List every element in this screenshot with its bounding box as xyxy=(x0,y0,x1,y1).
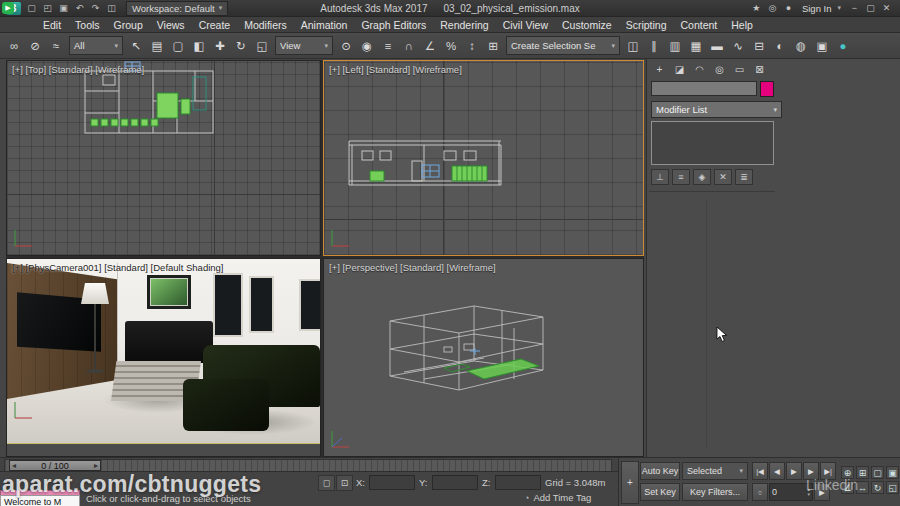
select-and-link-icon[interactable]: ∞ xyxy=(4,35,24,56)
reference-coordinate-system-dropdown[interactable]: View▾ xyxy=(275,36,333,55)
select-and-manipulate-icon[interactable]: ◉ xyxy=(357,35,377,56)
go-to-start-icon[interactable]: |◀ xyxy=(752,462,768,480)
menu-civil-view[interactable]: Civil View xyxy=(496,17,555,33)
menu-graph-editors[interactable]: Graph Editors xyxy=(354,17,433,33)
sectional-chaise[interactable] xyxy=(183,379,269,431)
menu-scripting[interactable]: Scripting xyxy=(619,17,674,33)
set-key-button[interactable]: Set Key xyxy=(640,483,680,501)
rendered-frame-window-icon[interactable]: ▣ xyxy=(812,35,832,56)
object-name-field[interactable] xyxy=(651,81,757,96)
user-icon[interactable]: ● xyxy=(781,2,796,15)
select-and-scale-icon[interactable]: ◱ xyxy=(252,35,272,56)
show-end-result-icon[interactable]: ≡ xyxy=(672,169,690,185)
maximize-icon[interactable]: ▢ xyxy=(863,2,878,15)
menu-views[interactable]: Views xyxy=(150,17,192,33)
select-by-name-icon[interactable]: ▤ xyxy=(147,35,167,56)
menu-modifiers[interactable]: Modifiers xyxy=(237,17,294,33)
previous-frame-icon[interactable]: ◀ xyxy=(769,462,785,480)
edit-named-selection-sets-icon[interactable]: ⊞ xyxy=(483,35,503,56)
minimize-icon[interactable]: − xyxy=(847,2,862,15)
viewport-left-label[interactable]: [+] [Left] [Standard] [Wireframe] xyxy=(329,64,462,75)
play-icon[interactable]: ▶ xyxy=(786,462,802,480)
black-sofa[interactable] xyxy=(125,321,213,363)
green-artwork-frame[interactable] xyxy=(147,275,191,309)
window-1[interactable] xyxy=(213,273,243,337)
use-pivot-point-center-icon[interactable]: ⊙ xyxy=(336,35,356,56)
make-unique-icon[interactable]: ◈ xyxy=(693,169,711,185)
favorites-icon[interactable]: ★ xyxy=(749,2,764,15)
modifier-stack[interactable] xyxy=(651,121,774,165)
select-and-move-icon[interactable]: ✚ xyxy=(210,35,230,56)
scene-explorer-icon[interactable]: ▥ xyxy=(665,35,685,56)
menu-edit[interactable]: Edit xyxy=(36,17,68,33)
material-editor-icon[interactable]: ◐ xyxy=(770,35,790,56)
pin-stack-icon[interactable]: ⊥ xyxy=(651,169,669,185)
menu-customize[interactable]: Customize xyxy=(555,17,619,33)
keyboard-shortcut-override-icon[interactable]: ≡ xyxy=(378,35,398,56)
window-2[interactable] xyxy=(249,276,274,333)
viewport-top[interactable]: [+] [Top] [Standard] [Wireframe] xyxy=(6,60,321,256)
menu-help[interactable]: Help xyxy=(724,17,760,33)
unlink-selection-icon[interactable]: ⊘ xyxy=(25,35,45,56)
selection-filter-dropdown[interactable]: All▾ xyxy=(69,36,123,55)
set-keys-button[interactable]: + xyxy=(621,461,639,504)
z-coordinate-field[interactable] xyxy=(495,475,541,490)
new-scene-icon[interactable]: ▢ xyxy=(24,2,39,15)
mirror-icon[interactable]: ◫ xyxy=(623,35,643,56)
menu-content[interactable]: Content xyxy=(673,17,724,33)
percent-snap-icon[interactable]: % xyxy=(441,35,461,56)
ribbon-toggle-icon[interactable]: ▬ xyxy=(707,35,727,56)
schematic-view-icon[interactable]: ⊟ xyxy=(749,35,769,56)
render-production-icon[interactable]: ● xyxy=(833,35,853,56)
viewport-left[interactable]: [+] [Left] [Standard] [Wireframe] xyxy=(323,60,644,256)
save-file-icon[interactable]: ▣ xyxy=(56,2,71,15)
auto-key-button[interactable]: Auto Key xyxy=(640,462,680,480)
selected-dropdown[interactable]: Selected ▾ xyxy=(682,462,748,480)
zoom-extents-all-icon[interactable]: ▣ xyxy=(886,466,899,479)
rectangular-selection-region-icon[interactable]: ▢ xyxy=(168,35,188,56)
search-icon[interactable]: ◎ xyxy=(765,2,780,15)
selection-lock-icon[interactable]: ⊡ xyxy=(336,475,353,491)
viewport-perspective[interactable]: [+] [Perspective] [Standard] [Wireframe] xyxy=(323,258,644,457)
curve-editor-icon[interactable]: ∿ xyxy=(728,35,748,56)
align-icon[interactable]: ∥ xyxy=(644,35,664,56)
configure-modifier-sets-icon[interactable]: ≣ xyxy=(735,169,753,185)
key-mode-toggle-icon[interactable]: ○ xyxy=(752,483,768,501)
object-color-swatch[interactable] xyxy=(760,81,774,97)
project-folder-icon[interactable]: ◫ xyxy=(104,2,119,15)
layer-explorer-icon[interactable]: ▦ xyxy=(686,35,706,56)
zoom-extents-icon[interactable]: ▢ xyxy=(871,466,884,479)
render-setup-icon[interactable]: ◍ xyxy=(791,35,811,56)
window-crossing-toggle-icon[interactable]: ◧ xyxy=(189,35,209,56)
maximize-viewport-toggle-icon[interactable]: ◱ xyxy=(886,481,899,494)
time-slider-prev-icon[interactable]: ◂ xyxy=(12,461,16,470)
angle-snap-icon[interactable]: ∠ xyxy=(420,35,440,56)
select-object-icon[interactable]: ↖ xyxy=(126,35,146,56)
named-selection-sets-field[interactable]: Create Selection Se▾ xyxy=(506,36,620,55)
undo-icon[interactable]: ↶ xyxy=(72,2,87,15)
orbit-icon[interactable]: ↻ xyxy=(871,481,884,494)
tab-motion[interactable]: ◎ xyxy=(711,62,728,77)
tab-utilities[interactable]: ⊠ xyxy=(751,62,768,77)
close-icon[interactable]: ✕ xyxy=(879,2,894,15)
redo-icon[interactable]: ↷ xyxy=(88,2,103,15)
modifier-list-dropdown[interactable]: Modifier List ▾ xyxy=(651,101,782,118)
menu-group[interactable]: Group xyxy=(107,17,150,33)
viewport-perspective-label[interactable]: [+] [Perspective] [Standard] [Wireframe] xyxy=(329,262,496,273)
viewport-camera-label[interactable]: [+] [PhysCamera001] [Standard] [Default … xyxy=(12,262,224,273)
window-3[interactable] xyxy=(299,279,320,331)
tab-display[interactable]: ▭ xyxy=(731,62,748,77)
menu-animation[interactable]: Animation xyxy=(294,17,355,33)
y-coordinate-field[interactable] xyxy=(432,475,478,490)
key-filters-button[interactable]: Key Filters... xyxy=(682,483,748,501)
viewport-top-label[interactable]: [+] [Top] [Standard] [Wireframe] xyxy=(12,64,144,75)
bind-to-space-warp-icon[interactable]: ≈ xyxy=(46,35,66,56)
add-time-tag[interactable]: ◔ Add Time Tag xyxy=(524,492,591,503)
select-and-rotate-icon[interactable]: ↻ xyxy=(231,35,251,56)
menu-tools[interactable]: Tools xyxy=(68,17,107,33)
snaps-toggle-icon[interactable]: ∩ xyxy=(399,35,419,56)
viewport-camera[interactable]: [+] [PhysCamera001] [Standard] [Default … xyxy=(6,258,321,457)
open-file-icon[interactable]: ◰ xyxy=(40,2,55,15)
isolate-selection-icon[interactable]: ◻ xyxy=(318,475,335,491)
tab-create[interactable]: + xyxy=(651,62,668,77)
